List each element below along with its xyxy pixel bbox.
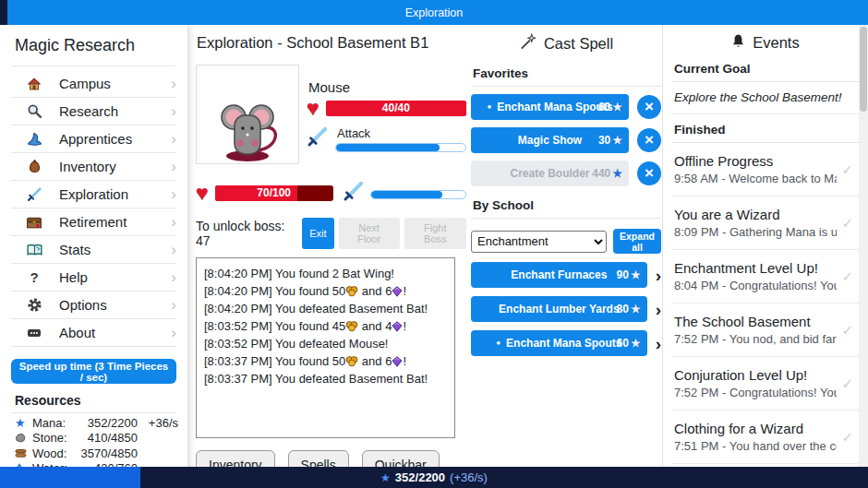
enemy-attack-row: Attack [307,125,466,152]
sidebar-item-retirement[interactable]: Retirement › [0,208,187,235]
exploration-panel: Exploration - School Basement B1 [189,25,466,467]
chevron-right-icon: › [171,103,176,119]
event-title: You are a Wizard [674,207,837,222]
event-item[interactable]: The School Basement 7:52 PM - You nod, a… [672,304,859,357]
battle-area: Mouse ♥ 40/40 Attack [196,65,466,164]
spell-button-enchant-mana-spouts[interactable]: ● Enchant Mana Spouts 60★ [471,330,647,356]
coins-icon [345,320,358,332]
sidebar-item-exploration[interactable]: Exploration › [0,181,187,208]
spell-button-enchant-lumber-yards[interactable]: Enchant Lumber Yards 80★ [471,296,647,322]
heart-icon: ♥ [196,183,209,204]
events-scrollbar[interactable] [859,25,868,467]
spell-button-magic-show[interactable]: Magic Show 30★ [471,127,629,153]
top-bar: Exploration [0,0,868,25]
sidebar-item-label: Apprentices [59,131,132,147]
ellipsis-icon [24,325,44,341]
speed-up-time-button[interactable]: Speed up time (3 Time Pieces / sec) [11,359,176,384]
log-line: [8:04:20 PM] You found 2 Bat Wing! [204,265,447,282]
chevron-right-icon: › [171,269,176,285]
chest-icon [24,214,44,231]
chevron-right-icon: › [171,242,176,257]
boss-row: To unlock boss: 47 Exit Next Floor Fight… [196,218,466,249]
chevron-right-icon: › [171,159,176,174]
log-line: [8:03:52 PM] You found 45 and 4! [204,317,447,335]
top-bar-title: Exploration [405,6,464,19]
mana-star-icon: ★ [380,471,391,484]
sidebar-item-apprentices[interactable]: Apprentices › [0,125,187,152]
divider [11,346,176,347]
sidebar-item-campus[interactable]: Campus › [0,70,187,97]
remove-favorite-button[interactable]: × [637,95,661,119]
resource-value: 352/2200 [66,416,138,430]
mana-star-icon: ★ [15,416,30,430]
remove-favorite-button[interactable]: × [637,128,661,152]
remove-favorite-button[interactable]: × [637,161,661,185]
chevron-right-icon[interactable]: › [656,267,661,284]
wizard-hat-icon [24,131,44,148]
sidebar-item-options[interactable]: Options › [0,292,187,318]
event-item[interactable]: You are a Wizard 8:09 PM - Gathering Man… [672,196,859,250]
sidebar-item-research[interactable]: Research › [0,98,187,125]
exit-button[interactable]: Exit [302,218,333,249]
gem-icon [392,321,403,332]
favorites-title: Favorites [471,66,661,87]
sidebar-item-stats[interactable]: Stats › [0,236,187,263]
event-item[interactable]: Enchantment Level Up! 8:04 PM - Congratu… [672,250,859,304]
resource-name: Mana: [32,416,66,430]
favorite-spell-row: Magic Show 30★ × [471,127,661,153]
event-item[interactable]: Offline Progress 9:58 AM - Welcome back … [672,143,859,196]
sidebar-item-about[interactable]: About › [0,319,187,346]
school-spell-row: Enchant Lumber Yards 80★ › [471,296,661,322]
cast-spell-panel: Cast Spell Favorites ● Enchant Mana Spou… [471,25,661,467]
book-icon [24,242,44,258]
player-attack-row [343,179,466,207]
sidebar-item-help[interactable]: ? Help › [0,264,187,291]
favorite-spell-row: Create Boulder 440★ × [471,161,661,186]
app-window: Exploration Magic Research Campus › Rese… [0,0,868,488]
combat-log[interactable]: [8:04:20 PM] You found 2 Bat Wing! [8:04… [196,257,455,438]
chevron-right-icon[interactable]: › [656,301,661,318]
question-icon: ? [24,269,44,286]
spell-button-enchant-furnaces[interactable]: Enchant Furnaces 90★ [471,262,647,288]
event-item[interactable]: Conjuration Level Up! 7:52 PM - Congratu… [672,357,859,411]
fight-boss-button[interactable]: Fight Boss [404,218,466,249]
expand-all-button[interactable]: Expand all [613,229,661,254]
event-item[interactable]: Clothing for a Wizard 7:51 PM - You hand… [672,411,859,464]
resource-name: Wood: [32,446,66,460]
scrollbar-thumb[interactable] [860,27,867,112]
event-subtitle: 7:51 PM - You hand over the coins... [674,439,837,453]
top-bar-corner [0,0,7,25]
next-floor-button[interactable]: Next Floor [339,218,400,249]
sidebar-item-inventory[interactable]: Inventory › [0,153,187,180]
coins-icon [345,355,358,367]
favorite-spell-row: ● Enchant Mana Spouts 60★ × [471,94,661,120]
enemy-name: Mouse [308,79,466,95]
chevron-right-icon: › [171,214,176,230]
chevron-right-icon: › [171,297,176,313]
by-school-title: By School [471,198,661,219]
active-dot: ● [496,339,500,347]
coins-icon [345,285,358,297]
sidebar-item-label: Inventory [59,159,116,174]
house-icon [24,76,44,92]
enemy-info: Mouse ♥ 40/40 Attack [307,65,466,164]
chevron-right-icon[interactable]: › [656,335,661,352]
chevron-right-icon: › [171,131,176,147]
mana-star-icon: ★ [612,101,622,113]
wood-icon [15,448,30,458]
spell-button-enchant-mana-spouts[interactable]: ● Enchant Mana Spouts 60★ [471,94,629,120]
log-line: [8:03:37 PM] You found 50 and 6! [204,352,447,370]
magnifier-icon [24,103,44,120]
sidebar-item-label: Help [59,269,88,285]
enemy-attack-fill [336,144,440,151]
log-line: [8:03:52 PM] You defeated Mouse! [204,335,447,352]
active-dot: ● [487,103,491,111]
school-select[interactable]: Enchantment [471,231,607,253]
log-line: [8:04:20 PM] You found 50 and 6! [204,282,447,300]
spell-button-create-boulder[interactable]: Create Boulder 440★ [471,161,629,186]
sword-icon [343,179,365,207]
mana-amount: 352/2200 [395,470,445,484]
resources-title: Resources [0,384,187,412]
gear-icon [24,297,44,314]
chevron-right-icon: › [171,76,176,91]
